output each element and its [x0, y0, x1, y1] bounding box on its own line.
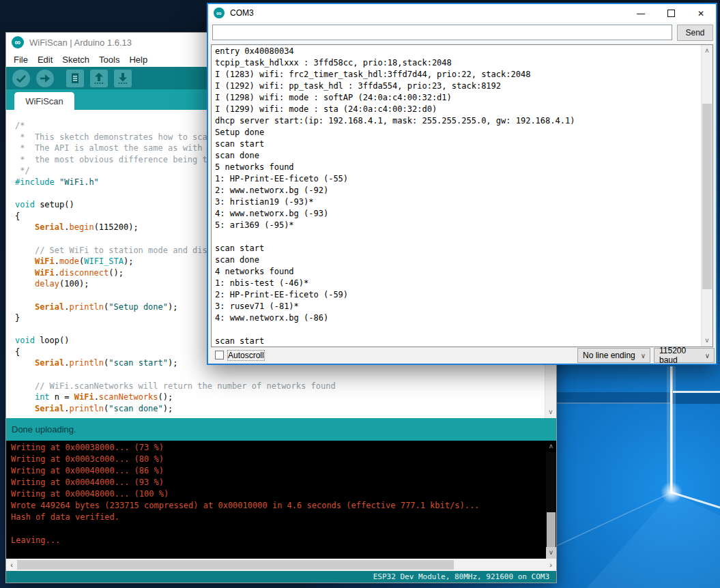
- serial-input-field[interactable]: [212, 25, 672, 40]
- editor-scroll-down-arrow-icon[interactable]: ˅: [545, 407, 556, 418]
- arduino-logo-icon: ∞: [12, 36, 24, 48]
- console-scroll-down-arrow-icon[interactable]: ˅: [546, 547, 556, 559]
- serial-output-line: 3: rusev71 (-81)*: [215, 301, 701, 312]
- code-line: int n = WiFi.scanNetworks();: [15, 392, 545, 403]
- serial-output-line: dhcp server start:(ip: 192.168.4.1, mask…: [215, 115, 701, 127]
- serial-output-line: 4: www.networx.bg (-86): [215, 312, 701, 324]
- close-button[interactable]: ✕: [686, 4, 716, 23]
- board-port-status: ESP32 Dev Module, 80MHz, 921600 on COM3: [373, 572, 556, 581]
- console-vertical-scrollbar[interactable]: ˄ ˅: [546, 441, 556, 559]
- serial-output-line: 4 networks found: [215, 266, 701, 278]
- console-line: Wrote 449264 bytes (233715 compressed) a…: [11, 500, 546, 512]
- line-ending-dropdown[interactable]: No line ending ∨: [577, 348, 650, 363]
- ide-horizontal-scrollbar[interactable]: ‹ ›: [6, 559, 556, 571]
- serial-titlebar[interactable]: ∞ COM3 — ✕: [208, 4, 716, 23]
- serial-monitor-window: ∞ COM3 — ✕ Send entry 0x40080034tcpip_ta…: [207, 3, 717, 365]
- serial-output-line: I (1299) wifi: mode : sta (24:0a:c4:00:3…: [215, 104, 701, 115]
- chevron-down-icon: ∨: [641, 352, 650, 359]
- ide-footer-bar: ESP32 Dev Module, 80MHz, 921600 on COM3: [6, 571, 556, 583]
- menu-file[interactable]: File: [9, 53, 33, 66]
- baud-rate-value: 115200 baud: [659, 346, 705, 365]
- console-line: [11, 523, 546, 535]
- serial-output-line: scan start: [215, 243, 701, 254]
- serial-output-line: I (1292) wifi: pp_task_hdl : 3ffda554, p…: [215, 80, 701, 92]
- status-message: Done uploading.: [6, 424, 76, 435]
- line-ending-value: No line ending: [583, 351, 635, 360]
- baud-rate-dropdown[interactable]: 115200 baud ∨: [654, 348, 715, 363]
- arduino-logo-icon: ∞: [214, 8, 225, 18]
- autoscroll-checkbox[interactable]: [215, 351, 224, 359]
- serial-output-line: 1: HP-Print-EE-ficeto (-55): [215, 173, 701, 185]
- wallpaper-light-beam: [670, 366, 673, 493]
- screen: { "colors": { "accent_teal": "#00979c", …: [0, 0, 720, 588]
- serial-output-line: scan start: [215, 138, 701, 150]
- autoscroll-label[interactable]: Autoscroll: [228, 351, 264, 360]
- serial-output-text: entry 0x40080034tcpip_task_hdlxxx : 3ffd…: [212, 45, 701, 347]
- serial-output-line: I (1298) wifi: mode : softAP (24:0a:c4:0…: [215, 92, 701, 104]
- serial-output-line: scan done: [215, 254, 701, 266]
- ide-status-bar: Done uploading.: [6, 418, 556, 441]
- serial-send-row: Send: [208, 23, 716, 43]
- serial-output-line: 5: ari369 (-95)*: [215, 220, 701, 231]
- console-line: Writing at 0x00040000... (86 %): [11, 465, 546, 477]
- console-line: Writing at 0x00048000... (100 %): [11, 488, 546, 500]
- serial-output-line: I (1283) wifi: frc2_timer_task_hdl:3ffd7…: [215, 69, 701, 80]
- serial-output-line: entry 0x40080034: [215, 46, 701, 57]
- serial-output-line: scan done: [215, 150, 701, 162]
- console-line: Writing at 0x00038000... (73 %): [11, 442, 546, 454]
- serial-output-line: 4: www.networx.bg (-93): [215, 208, 701, 220]
- code-line: Serial.println("scan done");: [15, 403, 545, 415]
- new-sketch-button[interactable]: [66, 70, 84, 87]
- window-controls: — ✕: [626, 4, 716, 23]
- code-line: // WiFi.scanNetworks will return the num…: [15, 381, 545, 392]
- serial-output-line: tcpip_task_hdlxxx : 3ffd58cc, prio:18,st…: [215, 57, 701, 69]
- console-scrollbar-thumb[interactable]: [547, 512, 556, 548]
- console-line: Leaving...: [11, 535, 546, 546]
- scroll-left-arrow-icon[interactable]: ‹: [6, 559, 17, 571]
- maximize-icon: [667, 10, 675, 17]
- serial-output-line: 3: hristian19 (-93)*: [215, 196, 701, 208]
- console-line: Writing at 0x00044000... (93 %): [11, 477, 546, 488]
- console-line: Writing at 0x0003c000... (80 %): [11, 454, 546, 465]
- tab-wifiscan[interactable]: WiFiScan: [14, 92, 74, 110]
- chevron-down-icon: ∨: [705, 352, 714, 359]
- maximize-button[interactable]: [656, 4, 686, 23]
- ide-window-title: WiFiScan | Arduino 1.6.13: [29, 38, 132, 48]
- horizontal-scrollbar-thumb[interactable]: [17, 560, 454, 570]
- verify-button[interactable]: [12, 70, 30, 87]
- menu-tools[interactable]: Tools: [94, 53, 124, 66]
- serial-scroll-up-arrow-icon[interactable]: ˄: [702, 45, 712, 57]
- serial-output-line: 5 networks found: [215, 162, 701, 173]
- serial-scroll-down-arrow-icon[interactable]: ˅: [702, 335, 712, 347]
- code-line: [15, 369, 545, 381]
- serial-output-line: scan start: [215, 336, 701, 347]
- serial-output-line: Setup done: [215, 127, 701, 138]
- menu-sketch[interactable]: Sketch: [57, 53, 94, 66]
- serial-bottom-bar: Autoscroll No line ending ∨ 115200 baud …: [208, 347, 716, 364]
- send-button[interactable]: Send: [677, 25, 713, 41]
- serial-output-line: 2: HP-Print-EE-ficeto (-59): [215, 289, 701, 301]
- serial-output-line: [215, 324, 701, 336]
- serial-output-line: [215, 231, 701, 243]
- tab-label: WiFiScan: [25, 96, 63, 106]
- open-sketch-button[interactable]: [90, 70, 108, 87]
- minimize-button[interactable]: —: [626, 4, 656, 23]
- console-line: Hash of data verified.: [11, 512, 546, 523]
- serial-vertical-scrollbar[interactable]: ˄ ˅: [701, 45, 712, 347]
- menu-edit[interactable]: Edit: [33, 53, 57, 66]
- serial-output-area[interactable]: entry 0x40080034tcpip_task_hdlxxx : 3ffd…: [211, 44, 713, 347]
- upload-button[interactable]: [36, 70, 54, 87]
- scroll-right-arrow-icon[interactable]: ›: [545, 559, 556, 571]
- serial-output-line: 1: nbis-test (-46)*: [215, 278, 701, 289]
- serial-output-line: 2: www.networx.bg (-92): [215, 185, 701, 196]
- save-sketch-button[interactable]: [114, 70, 132, 87]
- serial-scrollbar-thumb[interactable]: [702, 104, 712, 289]
- menu-help[interactable]: Help: [124, 53, 152, 66]
- console-pane: Writing at 0x00038000... (73 %)Writing a…: [6, 441, 546, 559]
- serial-window-title: COM3: [230, 8, 254, 18]
- ide-console: Writing at 0x00038000... (73 %)Writing a…: [6, 441, 556, 559]
- console-scroll-up-arrow-icon[interactable]: ˄: [546, 441, 556, 452]
- wallpaper-dark-band: [532, 392, 720, 404]
